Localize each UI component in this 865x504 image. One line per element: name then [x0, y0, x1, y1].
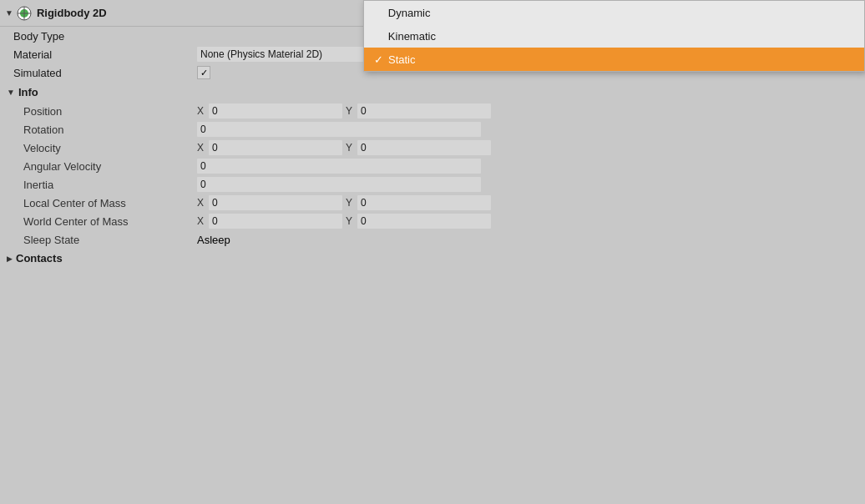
world-com-row: World Center of Mass X Y: [0, 212, 865, 230]
position-x-label: X: [197, 105, 204, 117]
local-com-x-label: X: [197, 197, 204, 209]
position-label: Position: [13, 105, 197, 118]
static-check: ✓: [374, 53, 383, 66]
dropdown-item-static[interactable]: ✓ Static: [364, 48, 864, 71]
angular-velocity-input[interactable]: [197, 159, 481, 174]
rotation-input[interactable]: [197, 122, 481, 137]
local-com-y-input[interactable]: [357, 195, 491, 210]
sleep-state-text: Asleep: [197, 234, 230, 246]
world-com-x-label: X: [197, 215, 204, 227]
info-arrow[interactable]: ▼: [7, 88, 15, 97]
velocity-y-input[interactable]: [357, 140, 491, 155]
static-label: Static: [388, 53, 416, 66]
velocity-value: X Y: [197, 140, 858, 155]
info-section-header[interactable]: ▼ Info: [0, 82, 865, 102]
kinematic-check: [374, 30, 383, 43]
inertia-label: Inertia: [13, 179, 197, 191]
position-x-input[interactable]: [209, 103, 342, 118]
velocity-x-input[interactable]: [209, 140, 342, 155]
sleep-state-label: Sleep State: [13, 234, 197, 246]
local-com-y-label: Y: [346, 197, 352, 209]
inspector-panel: ▼ Rigidbody 2D Body Type Material ◎ Simu…: [0, 0, 865, 504]
dynamic-check: [374, 7, 383, 19]
rotation-value: [197, 122, 858, 137]
local-com-value: X Y: [197, 195, 858, 210]
body-type-label: Body Type: [13, 30, 197, 43]
position-row: Position X Y: [0, 102, 865, 120]
dropdown-item-kinematic[interactable]: Kinematic: [364, 24, 864, 48]
contacts-row[interactable]: ▶ Contacts: [0, 249, 865, 268]
component-title: Rigidbody 2D: [37, 7, 107, 19]
world-com-x-input[interactable]: [209, 214, 342, 229]
rigidbody-icon: [17, 6, 32, 21]
position-y-label: Y: [346, 105, 352, 117]
material-label: Material: [13, 48, 197, 61]
angular-velocity-label: Angular Velocity: [13, 160, 197, 173]
position-value: X Y: [197, 103, 858, 118]
sleep-state-value: Asleep: [197, 234, 858, 246]
contacts-label: Contacts: [16, 252, 63, 265]
contacts-arrow[interactable]: ▶: [7, 255, 13, 263]
sleep-state-row: Sleep State Asleep: [0, 230, 865, 249]
world-com-value: X Y: [197, 214, 858, 229]
velocity-label: Velocity: [13, 142, 197, 154]
world-com-y-input[interactable]: [357, 214, 491, 229]
collapse-arrow[interactable]: ▼: [5, 8, 13, 18]
dynamic-label: Dynamic: [388, 7, 431, 19]
body-type-dropdown[interactable]: Dynamic Kinematic ✓ Static: [363, 0, 865, 72]
inertia-input[interactable]: [197, 177, 481, 192]
angular-velocity-value: [197, 159, 858, 174]
rotation-row: Rotation: [0, 120, 865, 139]
simulated-label: Simulated: [13, 67, 197, 79]
kinematic-label: Kinematic: [388, 30, 436, 43]
local-com-x-input[interactable]: [209, 195, 342, 210]
inertia-row: Inertia: [0, 175, 865, 194]
velocity-row: Velocity X Y: [0, 139, 865, 157]
inertia-value: [197, 177, 858, 192]
dropdown-item-dynamic[interactable]: Dynamic: [364, 1, 864, 24]
info-label: Info: [18, 86, 38, 98]
velocity-y-label: Y: [346, 142, 352, 154]
position-y-input[interactable]: [357, 103, 491, 118]
angular-velocity-row: Angular Velocity: [0, 157, 865, 175]
local-com-row: Local Center of Mass X Y: [0, 194, 865, 212]
simulated-checkbox[interactable]: ✓: [197, 66, 210, 79]
world-com-label: World Center of Mass: [13, 215, 197, 228]
velocity-x-label: X: [197, 142, 204, 154]
world-com-y-label: Y: [346, 215, 352, 227]
rotation-label: Rotation: [13, 123, 197, 136]
local-com-label: Local Center of Mass: [13, 197, 197, 209]
